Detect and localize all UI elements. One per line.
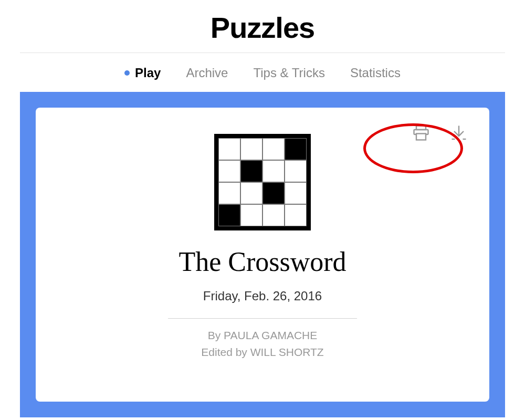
- download-icon: [449, 123, 468, 142]
- grid-cell: [285, 160, 307, 182]
- grid-cell: [285, 138, 307, 160]
- grid-cell: [285, 182, 307, 204]
- nav-tab-play[interactable]: Play: [124, 66, 161, 80]
- print-icon: [412, 123, 430, 142]
- print-button[interactable]: [412, 123, 430, 144]
- nav-label: Tips & Tricks: [253, 66, 324, 80]
- grid-cell: [262, 204, 285, 226]
- nav-tab-archive[interactable]: Archive: [186, 66, 228, 80]
- svg-rect-1: [416, 134, 426, 140]
- nav-tab-statistics[interactable]: Statistics: [350, 66, 401, 80]
- puzzle-stage: The Crossword Friday, Feb. 26, 2016 By P…: [20, 92, 505, 417]
- main-nav: Play Archive Tips & Tricks Statistics: [0, 53, 525, 92]
- grid-cell: [240, 160, 262, 182]
- grid-cell: [240, 138, 262, 160]
- puzzle-title: The Crossword: [178, 246, 346, 277]
- crossword-grid-icon: [214, 134, 311, 230]
- site-title: Puzzles: [0, 10, 525, 45]
- nav-label: Play: [135, 66, 161, 80]
- grid-cell: [218, 160, 240, 182]
- puzzle-card: The Crossword Friday, Feb. 26, 2016 By P…: [36, 108, 489, 402]
- nav-label: Archive: [186, 66, 228, 80]
- page-header: Puzzles: [0, 0, 525, 52]
- grid-cell: [218, 204, 240, 226]
- grid-cell: [285, 204, 307, 226]
- grid-cell: [262, 160, 285, 182]
- grid-cell: [262, 138, 285, 160]
- grid-cell: [240, 182, 262, 204]
- card-actions: [412, 123, 468, 144]
- grid-cell: [218, 138, 240, 160]
- nav-tab-tips[interactable]: Tips & Tricks: [253, 66, 324, 80]
- active-indicator-dot: [124, 70, 130, 76]
- puzzle-byline: By PAULA GAMACHE: [208, 329, 318, 342]
- nav-label: Statistics: [350, 66, 401, 80]
- puzzle-editor: Edited by WILL SHORTZ: [201, 346, 323, 359]
- grid-cell: [240, 204, 262, 226]
- download-button[interactable]: [449, 123, 468, 144]
- grid-cell: [218, 182, 240, 204]
- puzzle-date: Friday, Feb. 26, 2016: [203, 289, 322, 303]
- meta-divider: [168, 318, 357, 319]
- grid-cell: [262, 182, 285, 204]
